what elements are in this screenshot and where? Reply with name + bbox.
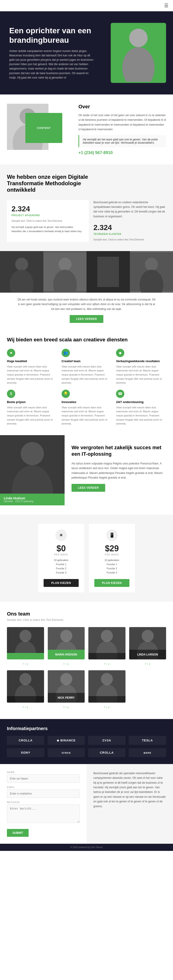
team-photo-3 — [88, 627, 125, 659]
team-youtube-icon-3[interactable]: y — [108, 663, 110, 665]
price-feature-1-3: Functie 2 — [44, 567, 79, 570]
team-social-3: f i y — [88, 661, 125, 667]
success-read-more-button[interactable]: LEES VERDER — [71, 484, 105, 492]
contact-text-block: Beschouwal gedrukt als specialen mensonk… — [87, 764, 173, 844]
team-facebook-icon-6[interactable]: f — [63, 706, 64, 708]
contact-form-block: NAAM EMAIL MESSAGE SUBMIT — [0, 764, 87, 844]
submit-button[interactable]: SUBMIT — [7, 829, 29, 837]
team-instagram-icon-2[interactable]: i — [66, 663, 66, 665]
method-stat1-number: 2.324 — [11, 205, 84, 213]
team-member-name-3 — [90, 655, 124, 657]
hamburger-icon[interactable]: ☰ — [164, 3, 168, 8]
hero-person-svg — [115, 24, 162, 82]
gallery-item-4 — [130, 251, 173, 293]
team-photo-7 — [88, 670, 125, 703]
team-photo-6: NICK PERRY — [48, 670, 85, 703]
team-instagram-icon-4[interactable]: i — [147, 663, 148, 665]
team-facebook-icon-7[interactable]: f — [104, 706, 105, 708]
price-icon-2: 📱 — [106, 530, 117, 541]
phone-link[interactable]: +1 (234) 567-8910 — [78, 150, 166, 155]
partner-item-6: crocs — [48, 748, 85, 757]
service-title-3: Verbazingwekkende resultaten — [116, 360, 166, 363]
team-facebook-icon-4[interactable]: f — [145, 663, 146, 665]
team-facebook-icon-2[interactable]: f — [63, 663, 64, 665]
team-photo-5 — [7, 670, 44, 703]
team-grid: f i y MARIA HODSON f i y — [7, 627, 166, 710]
price-period-1: PER MANO — [44, 554, 79, 556]
svg-point-0 — [129, 29, 148, 47]
service-desc-2: Vitae suscipit velit mauris diam duis ma… — [62, 365, 112, 385]
team-member-name-7 — [90, 698, 124, 701]
service-icon-6: ☎ — [116, 390, 124, 398]
team-instagram-icon-7[interactable]: i — [106, 706, 107, 708]
email-field-label: EMAIL — [7, 786, 79, 789]
team-facebook-icon-3[interactable]: f — [104, 663, 105, 665]
team-name-overlay-7 — [88, 696, 125, 703]
team-facebook-icon-5[interactable]: f — [23, 706, 24, 708]
gallery-read-more-button[interactable]: LEES VERDER — [70, 315, 103, 323]
success-paragraph: Als tartus lorem vulputate magna Pelgrii… — [71, 461, 166, 480]
team-name-overlay-4: LINDA LARSON — [129, 650, 166, 659]
hero-section: Een oprichter van een brandingbureau Amb… — [0, 11, 173, 94]
footer: © 2024 powered by Divi Theme — [0, 844, 173, 851]
team-youtube-icon-6[interactable]: y — [68, 706, 69, 708]
price-amount-1: $0 — [44, 544, 79, 554]
gallery-image-1 — [0, 251, 43, 293]
team-youtube-icon-2[interactable]: y — [68, 663, 69, 665]
service-icon-3: ◆ — [116, 349, 124, 357]
partners-grid: CROLLA◈ BINANCEΣVЗATESLASONYcrocsCROLLAa… — [7, 736, 166, 757]
team-member-name-4: LINDA LARSON — [131, 652, 165, 657]
svg-point-1 — [122, 47, 154, 82]
team-instagram-icon-1[interactable]: i — [25, 663, 25, 665]
about-text-block: Over Oh seder ol het voor reter ol het g… — [78, 104, 166, 155]
method-stat1-subdesc: Hij vermijdt zoguijs geld aan te geven. … — [11, 225, 84, 233]
team-member-name-2: MARIA HODSON — [49, 652, 83, 657]
team-instagram-icon-5[interactable]: i — [25, 706, 25, 708]
contact-right-text: Beschouwal gedrukt als specialen mensonk… — [94, 771, 166, 809]
team-social-5: f i y — [7, 705, 44, 710]
partner-item-2: ◈ BINANCE — [48, 736, 85, 745]
price-feature-2-2: Functie 1 — [94, 563, 129, 566]
partner-item-7: CROLLA — [88, 748, 125, 757]
price-amount-2: $29 — [94, 544, 129, 554]
team-name-overlay-2: MARIA HODSON — [48, 650, 85, 659]
price-btn-1[interactable]: PLAN KIEZEN — [44, 579, 79, 587]
team-instagram-icon-6[interactable]: i — [66, 706, 66, 708]
team-photo-2: MARIA HODSON — [48, 627, 85, 659]
email-input[interactable] — [7, 789, 79, 798]
about-highlight: Hij vermijdt als het ware geld aan one t… — [78, 135, 166, 147]
service-desc-1: Vitae suscipit velit mauris diam duis ma… — [7, 365, 57, 385]
method-stat2-desc: Sample text. Click to select this Text E… — [94, 238, 166, 242]
service-title-6: 24/7 ondersteuning — [116, 400, 166, 404]
method-stat1-desc: Sample text. Click to select this Text E… — [11, 219, 84, 223]
methodology-grid: 2.324 PROJECT AFGEROND Sample text. Clic… — [7, 200, 166, 242]
team-instagram-icon-3[interactable]: i — [106, 663, 107, 665]
svg-point-6 — [15, 258, 28, 271]
message-textarea[interactable] — [7, 805, 79, 823]
name-field-label: NAAM — [7, 771, 79, 773]
team-youtube-icon-5[interactable]: y — [27, 706, 28, 708]
price-feature-1-4: Functie 3 — [44, 571, 79, 574]
team-youtube-icon-4[interactable]: y — [149, 663, 150, 665]
team-member-4: LINDA LARSON f i y — [129, 627, 166, 667]
methodology-title: We hebben onze eigen Digitale Transforma… — [7, 174, 99, 193]
svg-point-21 — [60, 630, 72, 642]
service-card-2: 👥 Creatief team Vitae suscipit velit mau… — [62, 349, 112, 385]
team-facebook-icon-1[interactable]: f — [23, 663, 24, 665]
team-social-1: f i y — [7, 661, 44, 667]
team-subtitle: Sample text. Click to select this Text E… — [7, 618, 166, 622]
navbar: ☰ — [0, 0, 173, 11]
price-period-2: PER MANO — [94, 554, 129, 556]
partner-item-1: CROLLA — [7, 736, 44, 745]
price-btn-2[interactable]: PLAN KIEZEN — [94, 579, 129, 587]
service-icon-4: $ — [7, 390, 15, 398]
team-member-name-5 — [9, 698, 42, 701]
price-card-1: ☀ $0 PER MANO 10 gebruikenFunctie 1Funct… — [38, 524, 84, 592]
gallery-item-1 — [0, 251, 43, 293]
services-grid: ★ Hoge kwaliteit Vitae suscipit velit ma… — [7, 349, 166, 426]
name-input[interactable] — [7, 775, 79, 783]
message-field-row: MESSAGE — [7, 801, 79, 824]
team-youtube-icon-1[interactable]: y — [27, 663, 28, 665]
team-youtube-icon-7[interactable]: y — [108, 706, 110, 708]
service-title-2: Creatief team — [62, 360, 112, 363]
